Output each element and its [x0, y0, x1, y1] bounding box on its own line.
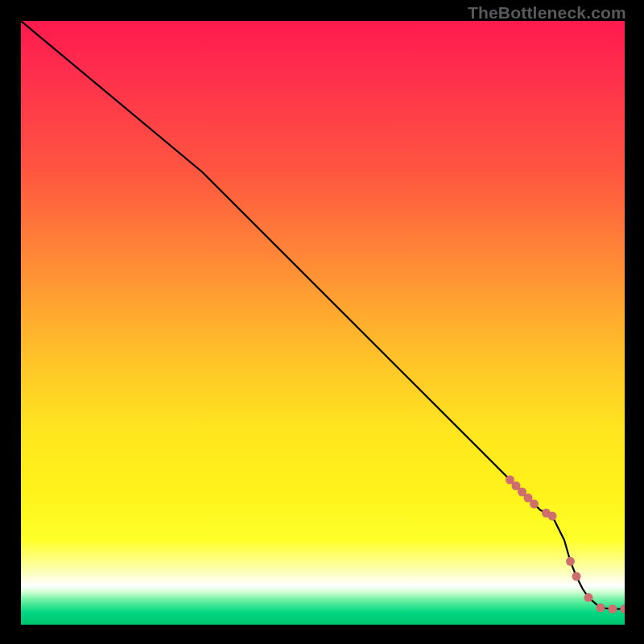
gradient-plot	[21, 21, 625, 625]
chart-frame: TheBottleneck.com	[0, 0, 644, 644]
attribution-text: TheBottleneck.com	[468, 3, 626, 23]
